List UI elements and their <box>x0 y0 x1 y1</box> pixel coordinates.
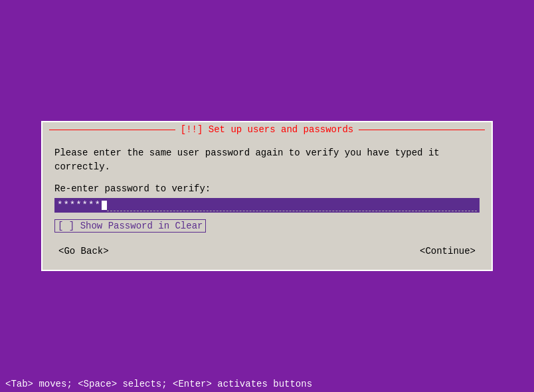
title-line-left <box>49 130 175 130</box>
buttons-row: <Go Back> <Continue> <box>54 245 480 258</box>
dialog-title: [!!] Set up users and passwords <box>181 124 353 135</box>
dialog-title-bar: [!!] Set up users and passwords <box>43 122 491 138</box>
checkbox-state: [ ] <box>58 221 74 231</box>
password-input-container[interactable]: ******* <box>54 198 480 213</box>
status-bar: <Tab> moves; <Space> selects; <Enter> ac… <box>0 376 534 392</box>
description-text: Please enter the same user password agai… <box>54 146 480 174</box>
continue-button[interactable]: <Continue> <box>416 245 480 258</box>
go-back-button[interactable]: <Go Back> <box>54 245 113 258</box>
checkbox-row[interactable]: [ ] Show Password in Clear <box>54 219 480 233</box>
password-cursor <box>102 201 107 210</box>
dialog-content: Please enter the same user password agai… <box>43 138 491 270</box>
dialog-box: [!!] Set up users and passwords Please e… <box>41 121 493 271</box>
checkbox-text: Show Password in Clear <box>80 221 203 231</box>
status-bar-text: <Tab> moves; <Space> selects; <Enter> ac… <box>5 379 312 389</box>
checkbox-label[interactable]: [ ] Show Password in Clear <box>54 219 206 233</box>
title-line-right <box>359 130 485 130</box>
desktop: [!!] Set up users and passwords Please e… <box>0 0 534 392</box>
password-fill <box>107 199 477 211</box>
password-dots: ******* <box>57 200 101 211</box>
input-label: Re-enter password to verify: <box>54 183 480 194</box>
